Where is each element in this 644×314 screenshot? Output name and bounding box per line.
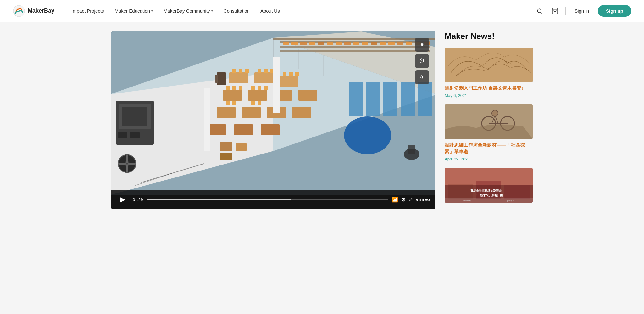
volume-icon[interactable]: 📶 — [392, 197, 398, 203]
svg-rect-85 — [220, 142, 232, 151]
svg-rect-38 — [245, 69, 249, 73]
news-item-3: 賽馬會社區持續抗逆基金—— 「一點未來」創客計劃 MakerBay 合作夥伴 — [445, 168, 533, 203]
video-frame: ♥ ⏱ ✈ — [111, 31, 435, 195]
nav-about-us[interactable]: About Us — [256, 6, 284, 16]
nav-consultation[interactable]: Consultation — [219, 6, 254, 16]
svg-rect-29 — [349, 82, 363, 116]
svg-rect-75 — [118, 132, 127, 138]
logo-text: MakerBay — [28, 8, 54, 14]
svg-rect-21 — [362, 42, 368, 45]
svg-rect-69 — [204, 88, 210, 151]
settings-icon[interactable]: ⚙ — [401, 197, 406, 203]
watch-later-button[interactable]: ⏱ — [415, 54, 429, 68]
svg-rect-15 — [309, 42, 315, 45]
svg-rect-44 — [283, 72, 286, 76]
main-nav: Impact Projects Maker Education ▾ MakerB… — [67, 6, 535, 16]
svg-rect-52 — [232, 101, 236, 105]
svg-rect-32 — [401, 82, 415, 116]
logo[interactable]: MakerBay — [13, 5, 54, 17]
svg-rect-31 — [383, 82, 397, 116]
svg-rect-87 — [220, 153, 232, 160]
video-ctrl-icons: 📶 ⚙ ⤢ vimeo — [392, 197, 430, 203]
svg-rect-45 — [289, 72, 293, 76]
svg-rect-26 — [406, 42, 412, 45]
room-visualization — [111, 31, 435, 195]
svg-rect-37 — [239, 69, 242, 73]
news-image-1 — [445, 48, 533, 82]
svg-text:合作夥伴: 合作夥伴 — [507, 200, 514, 202]
svg-text:「一點未來」創客計劃: 「一點未來」創客計劃 — [475, 193, 503, 197]
svg-text:MakerBay: MakerBay — [462, 200, 471, 202]
nav-maker-education[interactable]: Maker Education ▾ — [110, 6, 157, 16]
main-content: ♥ ⏱ ✈ ▶ 01:29 📶 ⚙ ⤢ vimeo Maker News! — [86, 22, 558, 218]
news-date-1: May 6, 2021 — [445, 93, 467, 98]
news-title: Maker News! — [445, 31, 533, 41]
svg-rect-68 — [273, 57, 280, 113]
svg-rect-86 — [236, 143, 247, 151]
svg-rect-50 — [239, 86, 242, 90]
svg-rect-58 — [258, 101, 261, 105]
maker-education-chevron: ▾ — [151, 9, 153, 13]
svg-rect-43 — [280, 76, 298, 87]
svg-rect-23 — [380, 42, 386, 45]
play-button[interactable]: ▶ — [116, 193, 129, 206]
svg-rect-54 — [251, 86, 255, 90]
svg-rect-64 — [292, 107, 311, 118]
svg-rect-30 — [366, 82, 380, 116]
svg-rect-56 — [264, 86, 268, 90]
svg-rect-8 — [273, 38, 435, 40]
svg-text:賽馬會社區持續抗逆基金——: 賽馬會社區持續抗逆基金—— — [470, 189, 507, 192]
svg-rect-66 — [234, 124, 253, 135]
news-image-3: 賽馬會社區持續抗逆基金—— 「一點未來」創客計劃 MakerBay 合作夥伴 — [445, 168, 533, 203]
svg-line-2 — [541, 12, 542, 13]
fullscreen-icon[interactable]: ⤢ — [409, 197, 413, 203]
vimeo-logo: vimeo — [416, 197, 430, 202]
search-button[interactable] — [535, 6, 545, 16]
svg-rect-16 — [318, 42, 324, 45]
video-controls-bar: ▶ 01:29 📶 ⚙ ⤢ vimeo — [111, 190, 435, 209]
logo-icon — [13, 5, 25, 17]
cart-icon — [552, 8, 558, 14]
svg-rect-14 — [300, 42, 307, 45]
share-button[interactable]: ✈ — [415, 70, 429, 84]
sign-up-button[interactable]: Sign up — [598, 5, 631, 17]
svg-rect-84 — [215, 75, 218, 83]
svg-rect-25 — [397, 42, 403, 45]
news-link-2[interactable]: 設計思維工作坊全新題材——「社區探索」單車遊 — [445, 142, 533, 155]
news-thumb-1 — [445, 48, 533, 82]
svg-rect-20 — [353, 42, 359, 45]
svg-rect-76 — [130, 132, 140, 138]
svg-point-102 — [492, 110, 498, 116]
news-image-2 — [445, 104, 533, 139]
header-divider — [565, 7, 566, 15]
svg-rect-55 — [258, 86, 261, 90]
news-item-1: 鐳射切割入門工作坊 自製文青木書套! May 6, 2021 — [445, 48, 533, 98]
svg-rect-48 — [226, 86, 230, 90]
svg-rect-60 — [298, 90, 317, 101]
community-chevron: ▾ — [211, 9, 213, 13]
like-button[interactable]: ♥ — [415, 38, 429, 52]
sign-in-button[interactable]: Sign in — [571, 6, 593, 16]
site-header: MakerBay Impact Projects Maker Education… — [0, 0, 644, 22]
progress-bar-fill — [147, 199, 291, 200]
nav-makerbay-community[interactable]: MakerBay Community ▾ — [159, 6, 217, 16]
video-timestamp: 01:29 — [133, 197, 143, 202]
svg-rect-65 — [207, 124, 226, 135]
progress-bar[interactable] — [147, 199, 388, 200]
video-player: ♥ ⏱ ✈ ▶ 01:29 📶 ⚙ ⤢ vimeo — [111, 31, 435, 209]
cart-button[interactable] — [550, 6, 560, 16]
nav-impact-projects[interactable]: Impact Projects — [67, 6, 108, 16]
video-overlay-icons: ♥ ⏱ ✈ — [415, 38, 429, 84]
svg-rect-91 — [408, 145, 415, 154]
svg-rect-62 — [242, 107, 261, 118]
svg-rect-53 — [248, 90, 267, 101]
svg-rect-33 — [418, 82, 432, 116]
header-actions: Sign in Sign up — [535, 5, 631, 17]
svg-rect-12 — [283, 42, 289, 45]
svg-point-34 — [344, 116, 391, 154]
svg-rect-19 — [344, 42, 351, 45]
search-icon — [536, 8, 543, 14]
news-link-1[interactable]: 鐳射切割入門工作坊 自製文青木書套! — [445, 85, 533, 91]
svg-rect-13 — [291, 42, 298, 45]
svg-rect-35 — [229, 72, 248, 83]
